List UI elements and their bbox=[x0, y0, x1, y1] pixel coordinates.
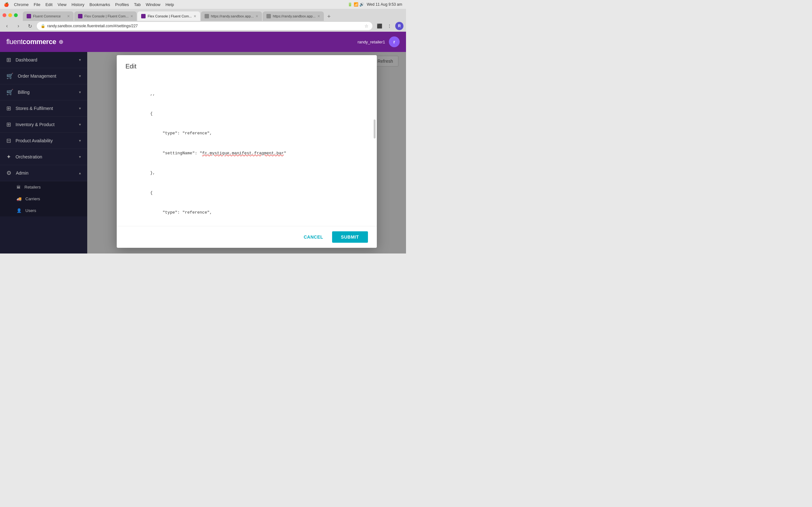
minimize-window-button[interactable] bbox=[8, 13, 12, 17]
edit-modal: Edit ,, { "type": "reference", "settingN… bbox=[117, 55, 377, 248]
sidebar-item-billing[interactable]: 🛒 Billing ▾ bbox=[0, 84, 87, 101]
menu-edit[interactable]: Edit bbox=[45, 2, 52, 7]
mac-bar-right: 🔋 📶 🔊 Wed 11 Aug 9:53 am bbox=[348, 2, 402, 7]
tab-close-1[interactable]: × bbox=[67, 14, 70, 19]
menu-window[interactable]: Window bbox=[146, 2, 160, 7]
users-icon: 👤 bbox=[16, 208, 21, 213]
chevron-down-icon-6: ▾ bbox=[79, 138, 81, 143]
sidebar-item-inventory-product[interactable]: ⊞ Inventory & Product ▾ bbox=[0, 117, 87, 133]
browser-tab-3[interactable]: Flex Console | Fluent Com... × bbox=[137, 11, 200, 21]
mac-bar-left: 🍎 Chrome File Edit View History Bookmark… bbox=[4, 2, 174, 7]
code-line-1: ,, bbox=[125, 91, 368, 98]
tab-close-4[interactable]: × bbox=[256, 14, 258, 19]
menu-help[interactable]: Help bbox=[165, 2, 174, 7]
extensions-button[interactable]: ⬛ bbox=[375, 21, 384, 31]
carriers-icon: 🚚 bbox=[16, 196, 21, 201]
sidebar-label-inventory: Inventory & Product bbox=[15, 122, 55, 127]
menu-bookmarks[interactable]: Bookmarks bbox=[90, 2, 110, 7]
sidebar-subitem-retailers[interactable]: 🏛 Retailers bbox=[0, 181, 87, 193]
sidebar-item-stores-fulfilment[interactable]: ⊞ Stores & Fulfilment ▾ bbox=[0, 101, 87, 117]
main-layout: ⊞ Dashboard ▾ 🛒 Order Management ▾ 🛒 Bil… bbox=[0, 52, 406, 253]
address-text: randy.sandbox.console.fluentretail.com/#… bbox=[47, 24, 362, 28]
reload-button[interactable]: ↻ bbox=[26, 21, 34, 31]
scrollbar-track[interactable] bbox=[373, 74, 375, 226]
menu-tab[interactable]: Tab bbox=[134, 2, 141, 7]
sidebar-label-users: Users bbox=[26, 208, 36, 213]
code-line-2: { bbox=[125, 111, 368, 117]
sidebar-item-orchestration[interactable]: ✦ Orchestration ▾ bbox=[0, 149, 87, 165]
sidebar-item-admin[interactable]: ⚙ Admin ▴ bbox=[0, 165, 87, 181]
new-tab-button[interactable]: + bbox=[324, 12, 334, 21]
code-line-6: { bbox=[125, 190, 368, 196]
tab-close-5[interactable]: × bbox=[317, 14, 320, 19]
tab-favicon-2 bbox=[78, 14, 83, 18]
sidebar-label-stores: Stores & Fulfilment bbox=[15, 106, 53, 111]
tab-bar: Fluent Commerce × Flex Console | Fluent … bbox=[20, 9, 403, 21]
mac-os-bar: 🍎 Chrome File Edit View History Bookmark… bbox=[0, 0, 406, 9]
browser-tab-1[interactable]: Fluent Commerce × bbox=[23, 11, 73, 21]
back-button[interactable]: ‹ bbox=[3, 21, 11, 31]
header-avatar[interactable]: r bbox=[389, 37, 400, 47]
chevron-down-icon-7: ▾ bbox=[79, 155, 81, 159]
menu-history[interactable]: History bbox=[72, 2, 84, 7]
submit-button[interactable]: SUBMIT bbox=[332, 231, 368, 243]
address-bar-right: ⬛ ⋮ R bbox=[375, 21, 403, 31]
tab-favicon-1 bbox=[27, 14, 31, 18]
menu-view[interactable]: View bbox=[58, 2, 67, 7]
sidebar-subitem-users[interactable]: 👤 Users bbox=[0, 205, 87, 216]
browser-tab-5[interactable]: https://randy.sandbox.app... × bbox=[263, 11, 324, 21]
menu-chrome[interactable]: Chrome bbox=[14, 2, 29, 7]
bookmark-icon[interactable]: ☆ bbox=[364, 23, 368, 29]
browser-tab-4[interactable]: https://randy.sandbox.app... × bbox=[201, 11, 262, 21]
tab-title-4: https://randy.sandbox.app... bbox=[211, 14, 254, 18]
chevron-up-icon: ▴ bbox=[79, 171, 81, 175]
sidebar-label-orchestration: Orchestration bbox=[15, 154, 42, 159]
cancel-button[interactable]: CANCEL bbox=[300, 232, 327, 242]
mac-menu: Chrome File Edit View History Bookmarks … bbox=[14, 2, 174, 7]
sidebar-subitem-carriers[interactable]: 🚚 Carriers bbox=[0, 193, 87, 205]
forward-button[interactable]: › bbox=[14, 21, 23, 31]
modal-title: Edit bbox=[117, 55, 377, 74]
admin-icon: ⚙ bbox=[6, 170, 11, 176]
sidebar-label-dashboard: Dashboard bbox=[15, 57, 38, 62]
modal-body[interactable]: ,, { "type": "reference", "settingName":… bbox=[117, 74, 377, 226]
tab-close-2[interactable]: × bbox=[131, 14, 133, 19]
code-line-7: "type": "reference", bbox=[125, 210, 368, 216]
sidebar-item-product-availability[interactable]: ⊟ Product Availability ▾ bbox=[0, 133, 87, 149]
logo-icon: ⊕ bbox=[59, 38, 63, 45]
menu-file[interactable]: File bbox=[34, 2, 40, 7]
logo-text: fluentcommerce bbox=[6, 38, 56, 46]
sidebar-label-retailers: Retailers bbox=[24, 185, 41, 189]
product-availability-icon: ⊟ bbox=[6, 137, 11, 144]
app-header: fluentcommerce ⊕ randy_retailer1 r bbox=[0, 32, 406, 52]
sidebar-item-order-management[interactable]: 🛒 Order Management ▾ bbox=[0, 68, 87, 84]
address-bar[interactable]: 🔒 randy.sandbox.console.fluentretail.com… bbox=[37, 22, 372, 30]
address-bar-row: ‹ › ↻ 🔒 randy.sandbox.console.fluentreta… bbox=[0, 20, 406, 32]
code-line-4: "settingName": "fc.mystique.manifest.fra… bbox=[125, 150, 368, 157]
apple-icon: 🍎 bbox=[4, 2, 9, 7]
fullscreen-window-button[interactable] bbox=[14, 13, 18, 17]
sidebar-label-admin: Admin bbox=[16, 170, 29, 176]
browser-chrome: Fluent Commerce × Flex Console | Fluent … bbox=[0, 9, 406, 32]
code-editor[interactable]: ,, { "type": "reference", "settingName":… bbox=[125, 78, 368, 226]
sidebar-item-dashboard[interactable]: ⊞ Dashboard ▾ bbox=[0, 52, 87, 68]
tab-close-3[interactable]: × bbox=[194, 14, 196, 19]
scrollbar-thumb[interactable] bbox=[374, 119, 375, 138]
chevron-down-icon: ▾ bbox=[79, 58, 81, 62]
more-button[interactable]: ⋮ bbox=[385, 21, 394, 31]
tab-title-3: Flex Console | Fluent Com... bbox=[148, 14, 192, 18]
sidebar: ⊞ Dashboard ▾ 🛒 Order Management ▾ 🛒 Bil… bbox=[0, 52, 87, 253]
browser-tab-2[interactable]: Flex Console | Fluent Com... × bbox=[74, 11, 137, 21]
content-area: EDIT ↻ Refresh Edit ,, { bbox=[87, 52, 406, 253]
close-window-button[interactable] bbox=[3, 13, 6, 17]
chevron-down-icon-3: ▾ bbox=[79, 90, 81, 95]
tab-favicon-5 bbox=[266, 14, 271, 18]
profile-button[interactable]: R bbox=[395, 22, 403, 30]
tab-title-5: https://randy.sandbox.app... bbox=[273, 14, 316, 18]
inventory-icon: ⊞ bbox=[6, 121, 11, 128]
stores-icon: ⊞ bbox=[6, 105, 11, 112]
tab-favicon-3 bbox=[141, 14, 146, 18]
app-container: fluentcommerce ⊕ randy_retailer1 r ⊞ Das… bbox=[0, 32, 406, 253]
menu-profiles[interactable]: Profiles bbox=[115, 2, 129, 7]
lock-icon: 🔒 bbox=[41, 24, 45, 28]
